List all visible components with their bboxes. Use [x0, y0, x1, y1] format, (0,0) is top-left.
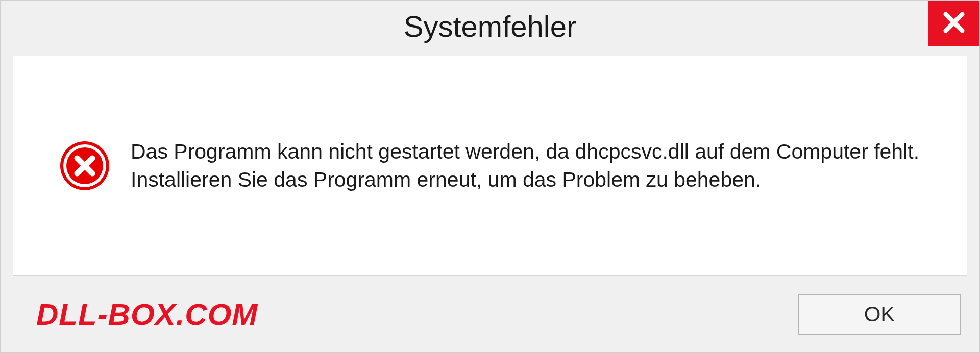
- error-message: Das Programm kann nicht gestartet werden…: [131, 138, 921, 194]
- dialog-footer: DLL-BOX.COM OK: [1, 286, 979, 352]
- error-dialog: Systemfehler Das Programm kann nicht ges…: [0, 0, 980, 353]
- watermark-text: DLL-BOX.COM: [36, 297, 258, 332]
- error-icon: [59, 140, 110, 191]
- close-button[interactable]: [928, 1, 979, 46]
- ok-button-label: OK: [864, 302, 895, 326]
- dialog-title: Systemfehler: [404, 9, 576, 43]
- ok-button[interactable]: OK: [798, 294, 961, 335]
- content-panel: Das Programm kann nicht gestartet werden…: [13, 56, 967, 276]
- titlebar: Systemfehler: [1, 1, 979, 52]
- close-icon: [942, 10, 966, 37]
